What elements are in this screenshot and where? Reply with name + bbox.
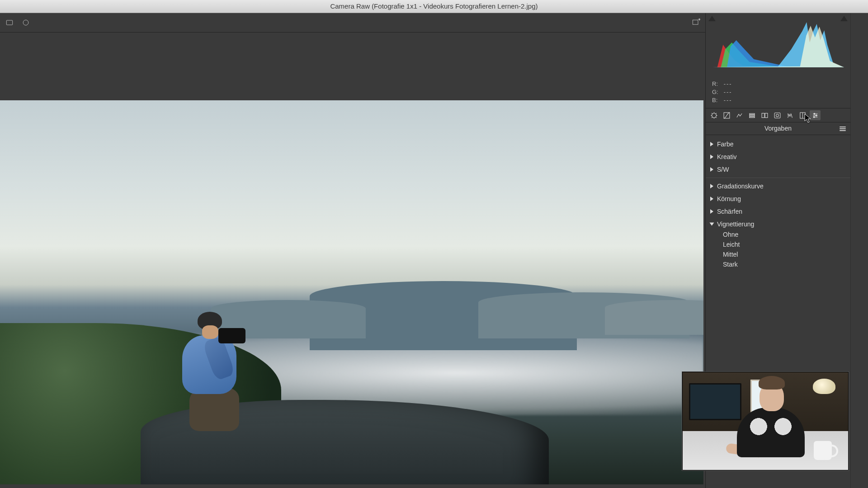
editor-center [0, 13, 705, 488]
svg-rect-0 [6, 20, 12, 25]
preset-group: S/W [706, 163, 850, 176]
preset-group-header[interactable]: Schärfen [710, 206, 846, 217]
chevron-right-icon [710, 167, 713, 172]
panel-tabstrip: fx [706, 108, 850, 122]
rgb-g-value: --- [724, 89, 732, 95]
preset-group-header[interactable]: S/W [710, 164, 846, 175]
effects-icon[interactable]: fx [784, 110, 795, 120]
preset-group-header[interactable]: Vignettierung [710, 219, 846, 230]
preview-decoration [605, 300, 703, 335]
svg-rect-10 [749, 113, 754, 114]
detail-icon[interactable] [734, 110, 745, 120]
window-title: Camera Raw (Fotografie 1x1 - Videokurs F… [330, 2, 538, 10]
rgb-r-label: R: [712, 80, 722, 88]
lens-corrections-icon[interactable] [772, 110, 783, 120]
preset-group: Kreativ [706, 150, 850, 163]
svg-rect-15 [774, 113, 780, 117]
top-toolbar [0, 13, 705, 33]
preset-group: Gradationskurve [706, 178, 850, 192]
preset-group-label: Gradationskurve [717, 183, 764, 190]
svg-point-25 [813, 116, 815, 117]
rgb-b-label: B: [712, 96, 722, 104]
right-spacer [850, 13, 868, 488]
tone-curve-icon[interactable] [721, 110, 732, 120]
chevron-right-icon [710, 142, 713, 146]
preset-group-header[interactable]: Körnung [710, 193, 846, 204]
svg-rect-12 [749, 117, 754, 117]
svg-point-8 [712, 113, 716, 117]
rgb-r-value: --- [724, 80, 732, 87]
svg-text:fx: fx [787, 113, 790, 116]
image-preview-area[interactable] [0, 33, 705, 488]
chevron-right-icon [710, 155, 713, 159]
histogram-graph [712, 18, 844, 67]
preset-group: Schärfen [706, 205, 850, 218]
preset-group-label: Vignettierung [717, 221, 754, 228]
webcam-overlay [682, 372, 849, 470]
calibration-icon[interactable] [797, 110, 808, 120]
fit-screen-icon[interactable] [5, 18, 14, 28]
preset-group: Farbe [706, 138, 850, 150]
preset-group: Körnung [706, 192, 850, 205]
preset-group-header[interactable]: Gradationskurve [710, 181, 846, 192]
chevron-right-icon [710, 197, 713, 201]
preset-group-label: Kreativ [717, 153, 737, 160]
hsl-icon[interactable] [746, 110, 757, 120]
histogram[interactable] [706, 13, 850, 78]
rgb-g-label: G: [712, 88, 722, 96]
preset-item[interactable]: Stark [710, 259, 846, 269]
window-titlebar: Camera Raw (Fotografie 1x1 - Videokurs F… [0, 0, 868, 13]
chevron-right-icon [710, 184, 713, 188]
panel-title-bar: Vorgaben [706, 122, 850, 135]
preset-group-label: Schärfen [717, 208, 742, 215]
preset-group-header[interactable]: Kreativ [710, 151, 846, 162]
basic-icon[interactable] [708, 110, 719, 120]
right-panel: R: --- G: --- B: --- fx Vorgaben FarbeKr… [705, 13, 850, 488]
svg-rect-11 [749, 115, 754, 116]
chevron-right-icon [710, 223, 714, 226]
preset-group-label: Körnung [717, 195, 741, 202]
image-preview[interactable] [0, 100, 703, 484]
preset-group: VignettierungOhneLeichtMittelStark [706, 218, 850, 270]
preview-decoration [169, 312, 250, 438]
rgb-readout: R: --- G: --- B: --- [706, 78, 850, 108]
panel-title: Vorgaben [764, 125, 792, 132]
preset-item[interactable]: Mittel [710, 249, 846, 259]
cycle-view-icon[interactable] [21, 18, 31, 28]
svg-rect-14 [765, 113, 768, 117]
panel-menu-icon[interactable] [840, 126, 846, 131]
presets-icon[interactable] [810, 110, 821, 120]
preset-item[interactable]: Leicht [710, 239, 846, 249]
preset-item[interactable]: Ohne [710, 230, 846, 239]
svg-point-16 [776, 114, 778, 117]
preset-group-label: Farbe [717, 141, 734, 148]
fullscreen-icon[interactable] [691, 18, 701, 28]
split-toning-icon[interactable] [759, 110, 770, 120]
svg-point-23 [813, 113, 815, 114]
svg-point-1 [23, 20, 28, 25]
svg-point-24 [816, 115, 817, 116]
chevron-right-icon [710, 209, 713, 214]
preset-group-header[interactable]: Farbe [710, 139, 846, 150]
rgb-b-value: --- [724, 97, 732, 103]
svg-rect-2 [693, 20, 698, 24]
preset-group-label: S/W [717, 166, 729, 173]
svg-rect-13 [762, 113, 764, 117]
